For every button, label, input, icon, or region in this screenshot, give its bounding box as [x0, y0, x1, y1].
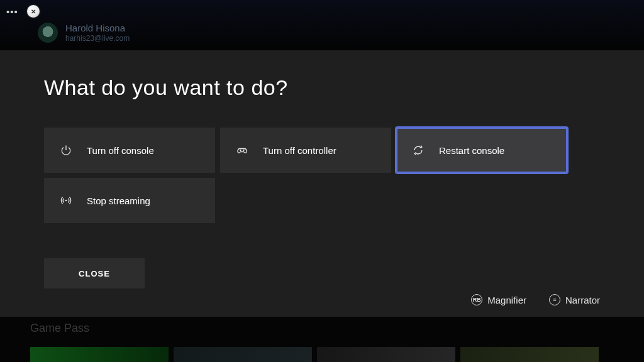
tile-label: Turn off controller — [263, 145, 336, 156]
turn-off-console-button[interactable]: Turn off console — [44, 128, 215, 173]
system-bar: ••• — [6, 5, 40, 18]
svg-point-0 — [240, 150, 241, 151]
more-icon[interactable]: ••• — [6, 6, 18, 17]
magnifier-button[interactable]: RB Magnifier — [471, 294, 526, 305]
stop-streaming-button[interactable]: Stop streaming — [44, 178, 215, 223]
power-icon — [59, 143, 73, 157]
tile-label: Restart console — [439, 145, 504, 156]
accessibility-shortcuts: RB Magnifier ≡ Narrator — [471, 294, 600, 305]
page-title: What do you want to do? — [44, 75, 600, 100]
tile-label: Turn off console — [87, 145, 154, 156]
magnifier-label: Magnifier — [487, 295, 526, 305]
tile-label: Stop streaming — [87, 195, 150, 206]
turn-off-controller-button[interactable]: Turn off controller — [220, 128, 391, 173]
profile-card: Harold Hisona harhis23@live.com — [38, 23, 130, 43]
close-button[interactable]: CLOSE — [44, 258, 145, 288]
menu-key-icon: ≡ — [549, 294, 560, 305]
broadcast-icon — [59, 194, 73, 207]
rb-key-icon: RB — [471, 294, 482, 305]
dim-veil — [0, 317, 644, 362]
profile-name: Harold Hisona — [65, 23, 130, 33]
close-label: CLOSE — [79, 269, 110, 278]
power-menu-panel: What do you want to do? Turn off console… — [0, 50, 644, 317]
option-grid: Turn off console Turn off controller Res… — [44, 128, 600, 223]
restart-icon — [411, 143, 425, 157]
avatar — [38, 23, 58, 43]
svg-point-1 — [243, 150, 244, 151]
profile-email: harhis23@live.com — [65, 34, 130, 43]
narrator-button[interactable]: ≡ Narrator — [549, 294, 600, 305]
restart-console-button[interactable]: Restart console — [396, 128, 567, 173]
narrator-label: Narrator — [565, 295, 600, 305]
background-content: Game Pass — [0, 317, 644, 362]
svg-point-2 — [65, 200, 67, 202]
xbox-logo-icon[interactable] — [27, 5, 40, 18]
controller-icon — [235, 143, 249, 157]
